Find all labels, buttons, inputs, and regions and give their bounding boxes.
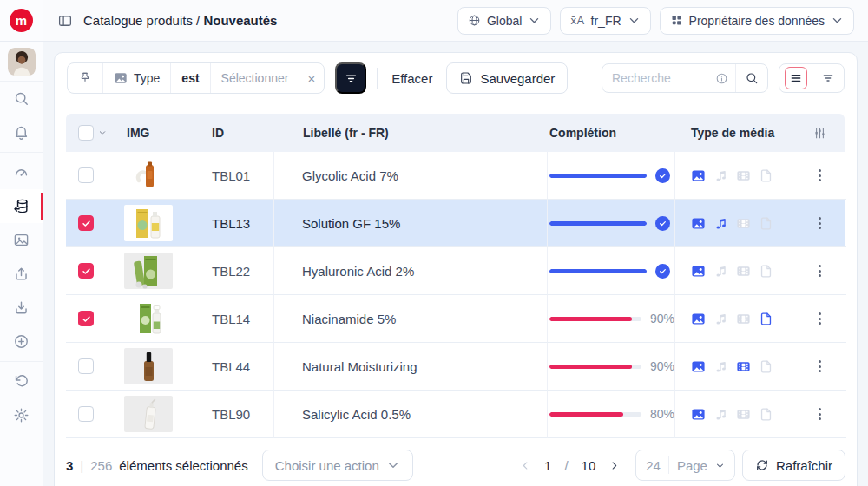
filter-attribute[interactable]: Type <box>102 63 170 93</box>
pin-icon <box>78 71 92 85</box>
media-video-icon <box>736 168 751 183</box>
page-size-dropdown[interactable]: 24 Page <box>635 450 735 481</box>
row-checkbox[interactable] <box>78 358 94 374</box>
add-filter-button[interactable] <box>335 62 366 94</box>
sidebar-item-create[interactable] <box>0 325 43 358</box>
completion-cell <box>548 200 675 247</box>
completion-bar <box>549 269 647 273</box>
media-audio-icon <box>713 359 728 374</box>
sidebar-item-catalog[interactable] <box>0 189 43 223</box>
row-checkbox[interactable] <box>78 215 94 231</box>
chevron-down-icon <box>831 14 844 27</box>
media-video-icon <box>736 312 751 326</box>
product-thumbnail <box>124 157 173 194</box>
sidebar-item-media[interactable] <box>0 223 43 257</box>
complete-badge-icon <box>655 264 670 279</box>
gauge-icon <box>13 164 30 181</box>
remove-filter-button[interactable]: × <box>299 71 324 86</box>
chevron-down-icon <box>628 14 641 27</box>
row-checkbox[interactable] <box>78 311 94 326</box>
search-button[interactable] <box>735 64 767 92</box>
column-header-media[interactable]: Type de média <box>675 126 792 140</box>
completion-percent: 90% <box>650 312 674 325</box>
sidebar-divider <box>0 152 43 153</box>
scope-dropdown[interactable]: Global <box>457 7 551 35</box>
sidebar-item-settings[interactable] <box>0 398 43 432</box>
bulk-action-dropdown[interactable]: Choisir une action <box>262 450 413 481</box>
locale-dropdown[interactable]: x̄A fr_FR <box>560 7 650 35</box>
row-checkbox[interactable] <box>78 167 94 183</box>
sidebar-item-history[interactable] <box>0 364 43 398</box>
table-row[interactable]: TBL22 Hyaluronic Acid 2% <box>66 247 845 295</box>
row-checkbox[interactable] <box>78 263 94 279</box>
table-row[interactable]: TBL14 Niacinamide 5% 90% <box>66 295 845 343</box>
refresh-button[interactable]: Rafraîchir <box>742 450 845 481</box>
product-label: Glycolic Acid 7% <box>274 152 548 200</box>
table-row[interactable]: TBL01 Glycolic Acid 7% <box>66 152 845 200</box>
media-image-icon <box>691 264 706 279</box>
column-header-label[interactable]: Libellé (fr - FR) <box>274 126 548 140</box>
total-count: 256 <box>90 458 112 473</box>
complete-badge-icon <box>655 216 670 231</box>
clear-filters-button[interactable]: Effacer <box>388 71 436 86</box>
row-menu-button[interactable] <box>813 403 826 425</box>
previous-page-button[interactable] <box>520 460 531 471</box>
sliders-icon <box>812 126 827 141</box>
pin-filter-button[interactable] <box>68 63 102 93</box>
media-audio-icon <box>713 216 728 231</box>
selected-count: 3 <box>66 458 73 473</box>
sidebar-item-import[interactable] <box>0 291 43 325</box>
locale-label: fr_FR <box>591 14 621 28</box>
scope-label: Global <box>487 14 522 28</box>
select-menu-caret-icon[interactable] <box>98 128 107 137</box>
topbar: Catalogue produits / Nouveautés Global x… <box>43 0 868 42</box>
app-logo[interactable]: m <box>0 0 43 42</box>
row-menu-button[interactable] <box>813 164 826 187</box>
column-settings-button[interactable] <box>792 126 846 141</box>
filter-view-toggle[interactable] <box>812 64 844 92</box>
table-row[interactable]: TBL13 Solution GF 15% <box>66 200 845 247</box>
row-menu-button[interactable] <box>813 355 826 378</box>
sidebar-item-export[interactable] <box>0 257 43 291</box>
sidebar-item-dashboard[interactable] <box>0 155 43 189</box>
catalog-icon <box>13 198 30 214</box>
media-image-icon <box>691 312 706 326</box>
completion-cell: 90% <box>548 295 675 343</box>
media-types-cell <box>675 295 792 343</box>
search-input[interactable] <box>602 71 715 85</box>
column-header-completion[interactable]: Complétion <box>548 126 675 140</box>
table-row[interactable]: TBL44 Natural Moisturizing 90% <box>66 343 845 391</box>
user-avatar[interactable] <box>0 42 43 82</box>
sidebar-item-notifications[interactable] <box>0 115 43 149</box>
breadcrumb-root: Catalogue produits / <box>83 13 200 28</box>
row-menu-button[interactable] <box>813 212 826 234</box>
chevron-left-icon <box>520 460 531 471</box>
row-menu-button[interactable] <box>813 307 826 330</box>
save-view-button[interactable]: Sauvegarder <box>446 62 568 94</box>
product-label: Solution GF 15% <box>274 200 548 247</box>
column-header-img[interactable]: IMG <box>109 126 187 140</box>
completion-bar <box>549 364 641 369</box>
page-size-value: 24 <box>646 458 661 473</box>
media-document-icon <box>759 407 773 422</box>
panel-icon <box>57 13 73 29</box>
media-types-cell <box>675 152 792 200</box>
row-menu-button[interactable] <box>813 259 826 282</box>
panel-toggle-button[interactable] <box>57 13 73 29</box>
list-view-toggle[interactable] <box>779 64 812 92</box>
row-checkbox[interactable] <box>78 406 94 422</box>
owner-dropdown[interactable]: Propriétaire des données <box>660 7 854 35</box>
next-page-button[interactable] <box>608 460 620 471</box>
grid-icon <box>670 14 683 27</box>
breadcrumb-current: Nouveautés <box>203 13 277 28</box>
table-row[interactable]: TBL90 Salicylic Acid 0.5% 80% <box>66 391 845 438</box>
filter-value[interactable]: Sélectionner <box>210 63 299 93</box>
completion-bar <box>549 317 641 321</box>
filter-operator[interactable]: est <box>170 63 209 93</box>
column-header-id[interactable]: ID <box>187 126 274 140</box>
grid-panel: Type est Sélectionner × Effacer Sauvegar… <box>54 52 858 486</box>
media-document-icon <box>759 216 773 231</box>
sidebar-item-search[interactable] <box>0 82 43 115</box>
completion-percent: 90% <box>650 359 674 373</box>
select-all-checkbox[interactable] <box>78 125 94 141</box>
